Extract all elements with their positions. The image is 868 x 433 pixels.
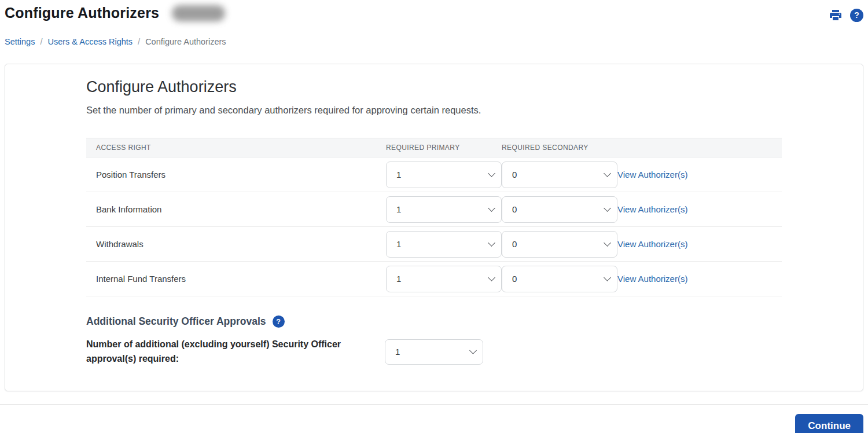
print-icon [829, 8, 843, 22]
required-primary-select[interactable]: 1 [386, 196, 502, 223]
view-authorizers-link[interactable]: View Authorizer(s) [617, 170, 687, 179]
breadcrumb-separator: / [138, 37, 140, 46]
configure-authorizers-card: Configure Authorizers Set the number of … [5, 64, 863, 391]
help-icon: ? [273, 315, 285, 328]
required-primary-select[interactable]: 1 [386, 266, 502, 292]
table-row: Bank Information 1 0 View Authorizer(s) [86, 192, 782, 227]
required-primary-select[interactable]: 1 [386, 162, 502, 188]
breadcrumb-settings[interactable]: Settings [5, 37, 35, 46]
top-header: Configure Authorizers ? [0, 0, 868, 22]
continue-button[interactable]: Continue [795, 414, 863, 433]
required-secondary-select[interactable]: 0 [502, 231, 617, 258]
security-officer-approvals-select[interactable]: 1 [385, 339, 483, 365]
view-authorizers-link[interactable]: View Authorizer(s) [617, 274, 687, 284]
print-button[interactable] [829, 8, 843, 22]
required-secondary-select[interactable]: 0 [502, 266, 617, 292]
help-button[interactable]: ? [850, 9, 863, 22]
card-heading: Configure Authorizers [86, 78, 863, 96]
security-section-heading: Additional Security Officer Approvals [86, 315, 266, 328]
footer-bar: Continue [0, 405, 868, 433]
redacted-account-name [172, 5, 225, 21]
view-authorizers-link[interactable]: View Authorizer(s) [617, 204, 687, 214]
authorizers-table: ACCESS RIGHT REQUIRED PRIMARY REQUIRED S… [86, 138, 782, 296]
access-right-label: Bank Information [86, 204, 386, 214]
table-row: Position Transfers 1 0 View Authorizer(s… [86, 157, 782, 192]
table-header-row: ACCESS RIGHT REQUIRED PRIMARY REQUIRED S… [86, 138, 782, 157]
access-right-label: Position Transfers [86, 170, 386, 179]
access-right-label: Withdrawals [86, 239, 386, 249]
column-header-access-right: ACCESS RIGHT [86, 144, 386, 152]
security-help-button[interactable]: ? [273, 315, 285, 328]
required-secondary-select[interactable]: 0 [502, 162, 617, 188]
access-right-label: Internal Fund Transfers [86, 274, 386, 284]
approval-count-row: Number of additional (excluding yourself… [86, 337, 863, 366]
security-officer-section: Additional Security Officer Approvals ? [86, 315, 863, 328]
breadcrumb: Settings / Users & Access Rights / Confi… [0, 37, 868, 46]
column-header-required-primary: REQUIRED PRIMARY [386, 144, 502, 152]
breadcrumb-users-access-rights[interactable]: Users & Access Rights [47, 37, 133, 46]
view-authorizers-link[interactable]: View Authorizer(s) [617, 239, 687, 249]
breadcrumb-separator: / [40, 37, 42, 46]
required-primary-select[interactable]: 1 [386, 231, 502, 258]
column-header-required-secondary: REQUIRED SECONDARY [502, 144, 617, 152]
help-icon: ? [850, 9, 863, 22]
page-title: Configure Authorizers [5, 5, 159, 21]
card-subheading: Set the number of primary and secondary … [86, 105, 863, 116]
required-secondary-select[interactable]: 0 [502, 196, 617, 223]
breadcrumb-current-page: Configure Authorizers [145, 37, 226, 46]
table-row: Withdrawals 1 0 View Authorizer(s) [86, 227, 782, 262]
table-row: Internal Fund Transfers 1 0 View Authori… [86, 262, 782, 296]
approval-count-label: Number of additional (excluding yourself… [86, 337, 385, 366]
